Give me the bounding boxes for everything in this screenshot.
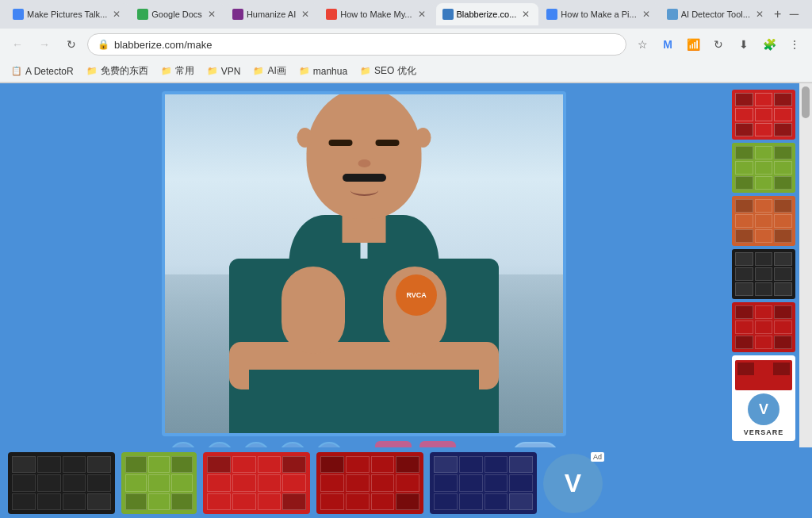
bn-cell bbox=[485, 493, 508, 510]
thumb-orange[interactable] bbox=[732, 196, 795, 246]
br-cell bbox=[258, 456, 282, 473]
dp-cell bbox=[774, 93, 792, 106]
bg-cell bbox=[171, 493, 193, 510]
download-button[interactable]: ⬇ bbox=[733, 33, 755, 56]
bottom-thumb-darkred[interactable] bbox=[316, 452, 423, 514]
minimize-button[interactable]: ─ bbox=[783, 3, 805, 25]
bn-cell bbox=[434, 493, 458, 510]
bt-cell bbox=[37, 493, 61, 510]
cast-button[interactable]: 📶 bbox=[682, 33, 704, 56]
tab-4-favicon bbox=[326, 9, 337, 20]
dp-cell bbox=[755, 229, 773, 243]
back-button[interactable]: ← bbox=[6, 33, 29, 56]
bt-cell bbox=[12, 474, 36, 491]
bottom-thumb-navy[interactable] bbox=[430, 452, 537, 514]
bookmark-vpn[interactable]: 📁 VPN bbox=[202, 64, 246, 79]
versare-ad-panel[interactable]: V VERSARE bbox=[732, 355, 795, 441]
bookmark-ai-detector[interactable]: 📋 A DetectoR bbox=[6, 64, 79, 79]
br-cell bbox=[282, 456, 306, 473]
thumb-dark[interactable] bbox=[732, 249, 795, 299]
bottom-thumb-red[interactable] bbox=[203, 452, 310, 514]
dp-cell bbox=[735, 214, 753, 228]
forward-button[interactable]: → bbox=[33, 33, 56, 56]
bottom-thumb-green[interactable] bbox=[121, 452, 197, 514]
omnibox-bar: ← → ↻ 🔒 blabberize.com/make ☆ M 📶 ↻ ⬇ 🧩 … bbox=[0, 29, 812, 60]
tab-1-close[interactable]: ✕ bbox=[110, 8, 123, 21]
profile-button[interactable]: M bbox=[657, 33, 679, 56]
bg-cell bbox=[125, 456, 147, 473]
thumb-green[interactable] bbox=[732, 143, 795, 193]
bdr-cell bbox=[320, 474, 344, 491]
tab-2-title: Google Docs bbox=[151, 10, 202, 19]
dp-cell bbox=[755, 305, 773, 319]
bookmark-folder-icon-6: 📁 bbox=[360, 66, 371, 76]
v-cell bbox=[773, 376, 790, 389]
bt-cell bbox=[87, 493, 111, 510]
versare-letter: V bbox=[759, 401, 768, 418]
dp-cell bbox=[774, 161, 792, 175]
dp-cell bbox=[735, 199, 753, 213]
tab-5-active[interactable]: Blabberize.co... ✕ bbox=[436, 3, 539, 25]
reload-button[interactable]: ↻ bbox=[60, 33, 82, 56]
extensions-button[interactable]: 🧩 bbox=[758, 33, 780, 56]
thumb-red2[interactable] bbox=[732, 302, 795, 352]
bookmark-common[interactable]: 📁 常用 bbox=[156, 63, 199, 79]
tab-6[interactable]: How to Make a Pi... ✕ bbox=[540, 3, 658, 25]
dp-cell bbox=[755, 252, 773, 266]
bn-cell bbox=[485, 474, 508, 491]
bottom-versare-container: Ad V bbox=[543, 454, 603, 513]
new-tab-button[interactable]: + bbox=[774, 3, 781, 25]
tab-3[interactable]: Humanize AI ✕ bbox=[226, 3, 318, 25]
tab-5-close[interactable]: ✕ bbox=[519, 8, 532, 21]
bookmark-common-label: 常用 bbox=[175, 64, 194, 78]
bookmark-ai-art[interactable]: 📁 AI画 bbox=[248, 63, 290, 79]
thumb-red-top[interactable] bbox=[732, 90, 795, 140]
address-bar[interactable]: 🔒 blabberize.com/make bbox=[87, 33, 626, 56]
tab-4-title: How to Make My... bbox=[340, 10, 412, 19]
tab-2-close[interactable]: ✕ bbox=[205, 8, 218, 21]
dp-cell bbox=[774, 108, 792, 121]
tab-2[interactable]: Google Docs ✕ bbox=[131, 3, 224, 25]
tab-1[interactable]: Make Pictures Talk... ✕ bbox=[6, 3, 129, 25]
bt-cell bbox=[87, 456, 111, 473]
tab-4[interactable]: How to Make My... ✕ bbox=[320, 3, 434, 25]
tab-7[interactable]: AI Detector Tool... ✕ bbox=[661, 3, 772, 25]
bg-cell bbox=[125, 474, 147, 491]
bookmark-seo[interactable]: 📁 SEO 优化 bbox=[355, 63, 421, 79]
bookmark-ai-detector-label: A DetectoR bbox=[25, 66, 74, 77]
bottom-thumb-dark[interactable] bbox=[8, 452, 115, 514]
bn-cell bbox=[509, 456, 533, 473]
bookmark-manhua[interactable]: 📁 manhua bbox=[294, 64, 352, 79]
menu-button[interactable]: ⋮ bbox=[783, 33, 806, 56]
bg-cell bbox=[171, 474, 193, 491]
dp-cell bbox=[735, 108, 753, 121]
bdr-cell bbox=[371, 474, 395, 491]
tab-6-close[interactable]: ✕ bbox=[640, 8, 653, 21]
bg-cell bbox=[125, 493, 147, 510]
tab-3-close[interactable]: ✕ bbox=[299, 8, 312, 21]
dp-cell bbox=[735, 146, 753, 159]
bookmark-folder-icon-5: 📁 bbox=[299, 66, 310, 76]
v-cell bbox=[755, 376, 772, 389]
bg-cell bbox=[148, 456, 170, 473]
bdr-cell bbox=[346, 493, 370, 510]
mustache bbox=[343, 174, 386, 182]
dp-cell bbox=[755, 93, 773, 106]
tab-1-title: Make Pictures Talk... bbox=[27, 10, 107, 19]
bt-cell bbox=[37, 456, 61, 473]
page-area: RVCA ↻ ◻ 😊 🔍 🔄 ◀ ■ O bbox=[0, 83, 812, 518]
image-frame: RVCA bbox=[162, 91, 566, 436]
br-cell bbox=[207, 456, 231, 473]
tab-7-close[interactable]: ✕ bbox=[753, 8, 766, 21]
tab-4-close[interactable]: ✕ bbox=[416, 8, 428, 21]
versare-thumb bbox=[735, 360, 792, 390]
bookmark-freestuff[interactable]: 📁 免费的东西 bbox=[82, 63, 153, 79]
dp-cell bbox=[755, 108, 773, 121]
scrollbar-thumb[interactable] bbox=[802, 86, 810, 118]
bookmark-seo-label: SEO 优化 bbox=[374, 64, 416, 78]
sync-button[interactable]: ↻ bbox=[707, 33, 730, 56]
bookmark-star-button[interactable]: ☆ bbox=[631, 33, 653, 56]
bn-cell bbox=[459, 493, 483, 510]
versare-bottom-logo[interactable]: V bbox=[543, 454, 603, 513]
dp-cell bbox=[755, 123, 773, 136]
